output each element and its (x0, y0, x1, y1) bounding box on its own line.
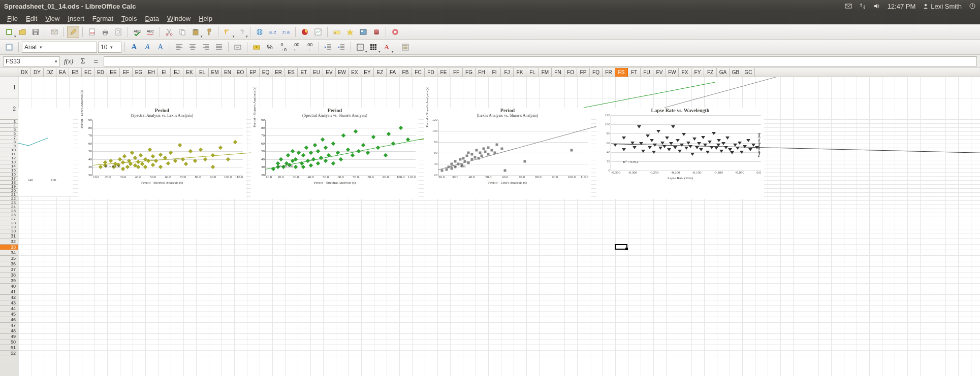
spellcheck-button[interactable]: ABC (131, 26, 143, 38)
chart-period-spectral-lexi[interactable]: Period(Spectral Analysis vs. Lexi's Anal… (78, 108, 246, 199)
paste-button[interactable]: ▾ (189, 26, 202, 38)
row-header-30[interactable]: 30 (0, 229, 18, 233)
row-header-36[interactable]: 36 (0, 261, 18, 267)
align-justify-button[interactable] (213, 41, 225, 53)
col-header-EK[interactable]: EK (183, 68, 196, 77)
chart-partial-left[interactable]: 140 160 (18, 108, 73, 196)
bold-button[interactable]: A (128, 41, 140, 53)
col-header-FX[interactable]: FX (679, 68, 691, 77)
currency-button[interactable] (250, 41, 263, 53)
col-header-FD[interactable]: FD (425, 68, 437, 77)
col-header-GA[interactable]: GA (717, 68, 730, 77)
col-header-FM[interactable]: FM (539, 68, 552, 77)
align-left-button[interactable] (173, 41, 185, 53)
show-draw-button[interactable] (312, 26, 324, 38)
row-header-35[interactable]: 35 (0, 256, 18, 261)
cell-grid[interactable]: 140 160 Period(Spectral Analysis vs. Lex… (18, 77, 980, 376)
col-header-ED[interactable]: ED (94, 68, 107, 77)
mail-indicator[interactable] (845, 3, 852, 10)
col-header-EN[interactable]: EN (222, 68, 234, 77)
new-button[interactable]: ▾ (3, 26, 15, 38)
autospell-button[interactable]: ABC (144, 26, 156, 38)
row-header-38[interactable]: 38 (0, 272, 18, 278)
row-header-48[interactable]: 48 (0, 328, 18, 334)
menu-insert[interactable]: Insert (64, 14, 88, 23)
borders-button[interactable]: ▾ (354, 41, 366, 53)
row-header-51[interactable]: 51 (0, 345, 18, 351)
col-header-EA[interactable]: EA (56, 68, 69, 77)
col-header-FY[interactable]: FY (691, 68, 704, 77)
col-header-FH[interactable]: FH (476, 68, 488, 77)
row-header-49[interactable]: 49 (0, 334, 18, 339)
equals-button[interactable]: = (91, 57, 101, 65)
increase-indent-button[interactable] (335, 41, 347, 53)
menu-data[interactable]: Data (141, 14, 163, 23)
help-button[interactable] (389, 26, 401, 38)
redo-button[interactable]: ▾ (235, 26, 247, 38)
print-button[interactable] (99, 26, 111, 38)
row-header-33[interactable]: 33 (0, 245, 18, 250)
standard-format-button[interactable]: .0→0 (277, 41, 289, 53)
open-button[interactable] (16, 26, 28, 38)
row-header-47[interactable]: 47 (0, 323, 18, 328)
formula-input[interactable] (104, 56, 977, 66)
col-header-FA[interactable]: FA (387, 68, 399, 77)
row-header-40[interactable]: 40 (0, 284, 18, 289)
col-header-FB[interactable]: FB (399, 68, 412, 77)
menu-tools[interactable]: Tools (117, 14, 141, 23)
col-header-FV[interactable]: FV (653, 68, 666, 77)
col-header-EJ[interactable]: EJ (171, 68, 183, 77)
col-header-GB[interactable]: GB (730, 68, 742, 77)
percent-button[interactable]: % (264, 41, 276, 53)
col-header-FS[interactable]: FS (615, 68, 628, 77)
find-button[interactable]: ⌕ (331, 26, 343, 38)
row-header-41[interactable]: 41 (0, 289, 18, 295)
conditional-button[interactable] (399, 41, 412, 53)
col-header-FN[interactable]: FN (552, 68, 564, 77)
col-header-EF[interactable]: EF (120, 68, 133, 77)
row-header-32[interactable]: 32 (0, 239, 18, 245)
col-header-FU[interactable]: FU (641, 68, 653, 77)
row-header-45[interactable]: 45 (0, 312, 18, 317)
row-header-1[interactable]: 1 (0, 77, 18, 98)
col-header-EX[interactable]: EX (349, 68, 361, 77)
col-header-EO[interactable]: EO (234, 68, 247, 77)
col-header-FP[interactable]: FP (577, 68, 590, 77)
col-header-EY[interactable]: EY (361, 68, 374, 77)
col-header-EW[interactable]: EW (336, 68, 349, 77)
row-header-2[interactable]: 2 (0, 98, 18, 120)
col-header-EH[interactable]: EH (145, 68, 158, 77)
row-header-52[interactable]: 52 (0, 351, 18, 356)
align-right-button[interactable] (200, 41, 212, 53)
col-header-ES[interactable]: ES (285, 68, 298, 77)
sort-asc-button[interactable]: a↓z (267, 26, 279, 38)
spreadsheet-area[interactable]: DXDYDZEAEBECEDEEEFEGEHEIEJEKELEMENEOEPEQ… (0, 68, 980, 376)
sort-desc-button[interactable]: z↓a (280, 26, 292, 38)
network-indicator[interactable] (859, 3, 866, 10)
col-header-EL[interactable]: EL (196, 68, 209, 77)
hyperlink-button[interactable] (254, 26, 266, 38)
format-paintbrush-button[interactable] (203, 26, 215, 38)
col-header-FW[interactable]: FW (666, 68, 679, 77)
col-header-FK[interactable]: FK (514, 68, 526, 77)
copy-button[interactable] (176, 26, 188, 38)
row-header-31[interactable]: 31 (0, 233, 18, 239)
select-all-corner[interactable] (0, 68, 18, 77)
col-header-EZ[interactable]: EZ (374, 68, 387, 77)
col-header-FR[interactable]: FR (603, 68, 615, 77)
undo-button[interactable]: ▾ (222, 26, 234, 38)
font-size-combo[interactable]: 10▾ (98, 42, 121, 53)
col-header-FE[interactable]: FE (437, 68, 450, 77)
col-header-ER[interactable]: ER (272, 68, 285, 77)
chart-period-spectral-shane[interactable]: Period(Spectral Analysis vs. Shane's Ana… (251, 108, 419, 199)
row-header-42[interactable]: 42 (0, 295, 18, 300)
row-headers[interactable]: 1234567891011121314151617181920212223242… (0, 77, 18, 376)
col-header-EC[interactable]: EC (82, 68, 94, 77)
col-header-EU[interactable]: EU (310, 68, 323, 77)
column-headers[interactable]: DXDYDZEAEBECEDEEEFEGEHEIEJEKELEMENEOEPEQ… (18, 68, 980, 77)
merge-button[interactable] (232, 41, 244, 53)
menu-file[interactable]: File (3, 14, 22, 23)
menu-edit[interactable]: Edit (22, 14, 41, 23)
menu-format[interactable]: Format (88, 14, 117, 23)
row-header-39[interactable]: 39 (0, 278, 18, 284)
